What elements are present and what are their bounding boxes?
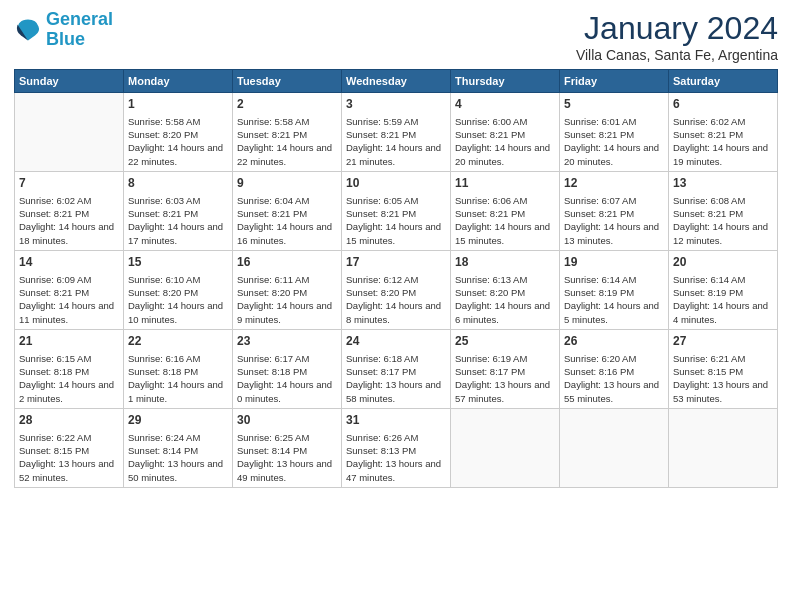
- logo-icon: [14, 16, 42, 44]
- day-number: 23: [237, 333, 337, 350]
- cell-info: Sunrise: 6:13 AMSunset: 8:20 PMDaylight:…: [455, 273, 555, 326]
- day-number: 8: [128, 175, 228, 192]
- cell-info: Sunrise: 6:08 AMSunset: 8:21 PMDaylight:…: [673, 194, 773, 247]
- calendar-cell: 2Sunrise: 5:58 AMSunset: 8:21 PMDaylight…: [233, 93, 342, 172]
- calendar-cell: 8Sunrise: 6:03 AMSunset: 8:21 PMDaylight…: [124, 171, 233, 250]
- table-row: 7Sunrise: 6:02 AMSunset: 8:21 PMDaylight…: [15, 171, 778, 250]
- cell-info: Sunrise: 5:58 AMSunset: 8:20 PMDaylight:…: [128, 115, 228, 168]
- col-saturday: Saturday: [669, 70, 778, 93]
- cell-info: Sunrise: 6:00 AMSunset: 8:21 PMDaylight:…: [455, 115, 555, 168]
- day-number: 30: [237, 412, 337, 429]
- calendar-cell: 10Sunrise: 6:05 AMSunset: 8:21 PMDayligh…: [342, 171, 451, 250]
- cell-info: Sunrise: 6:16 AMSunset: 8:18 PMDaylight:…: [128, 352, 228, 405]
- table-row: 14Sunrise: 6:09 AMSunset: 8:21 PMDayligh…: [15, 250, 778, 329]
- cell-info: Sunrise: 6:24 AMSunset: 8:14 PMDaylight:…: [128, 431, 228, 484]
- logo: General Blue: [14, 10, 113, 50]
- header-row: Sunday Monday Tuesday Wednesday Thursday…: [15, 70, 778, 93]
- calendar-cell: 3Sunrise: 5:59 AMSunset: 8:21 PMDaylight…: [342, 93, 451, 172]
- cell-info: Sunrise: 6:15 AMSunset: 8:18 PMDaylight:…: [19, 352, 119, 405]
- day-number: 19: [564, 254, 664, 271]
- calendar-cell: 31Sunrise: 6:26 AMSunset: 8:13 PMDayligh…: [342, 408, 451, 487]
- day-number: 20: [673, 254, 773, 271]
- calendar-cell: 24Sunrise: 6:18 AMSunset: 8:17 PMDayligh…: [342, 329, 451, 408]
- cell-info: Sunrise: 6:01 AMSunset: 8:21 PMDaylight:…: [564, 115, 664, 168]
- day-number: 25: [455, 333, 555, 350]
- day-number: 21: [19, 333, 119, 350]
- page-container: General Blue January 2024 Villa Canas, S…: [0, 0, 792, 498]
- day-number: 14: [19, 254, 119, 271]
- calendar-cell: 29Sunrise: 6:24 AMSunset: 8:14 PMDayligh…: [124, 408, 233, 487]
- calendar-cell: 9Sunrise: 6:04 AMSunset: 8:21 PMDaylight…: [233, 171, 342, 250]
- day-number: 10: [346, 175, 446, 192]
- calendar-cell: 13Sunrise: 6:08 AMSunset: 8:21 PMDayligh…: [669, 171, 778, 250]
- page-header: General Blue January 2024 Villa Canas, S…: [14, 10, 778, 63]
- month-title: January 2024: [576, 10, 778, 47]
- calendar-cell: 15Sunrise: 6:10 AMSunset: 8:20 PMDayligh…: [124, 250, 233, 329]
- calendar-cell: 28Sunrise: 6:22 AMSunset: 8:15 PMDayligh…: [15, 408, 124, 487]
- calendar-body: 1Sunrise: 5:58 AMSunset: 8:20 PMDaylight…: [15, 93, 778, 488]
- calendar-cell: [15, 93, 124, 172]
- calendar-cell: 4Sunrise: 6:00 AMSunset: 8:21 PMDaylight…: [451, 93, 560, 172]
- calendar-cell: 14Sunrise: 6:09 AMSunset: 8:21 PMDayligh…: [15, 250, 124, 329]
- day-number: 1: [128, 96, 228, 113]
- cell-info: Sunrise: 6:18 AMSunset: 8:17 PMDaylight:…: [346, 352, 446, 405]
- cell-info: Sunrise: 5:59 AMSunset: 8:21 PMDaylight:…: [346, 115, 446, 168]
- calendar-cell: 21Sunrise: 6:15 AMSunset: 8:18 PMDayligh…: [15, 329, 124, 408]
- day-number: 17: [346, 254, 446, 271]
- cell-info: Sunrise: 6:17 AMSunset: 8:18 PMDaylight:…: [237, 352, 337, 405]
- day-number: 31: [346, 412, 446, 429]
- cell-info: Sunrise: 6:05 AMSunset: 8:21 PMDaylight:…: [346, 194, 446, 247]
- cell-info: Sunrise: 6:02 AMSunset: 8:21 PMDaylight:…: [19, 194, 119, 247]
- calendar-cell: 26Sunrise: 6:20 AMSunset: 8:16 PMDayligh…: [560, 329, 669, 408]
- calendar-cell: [669, 408, 778, 487]
- day-number: 26: [564, 333, 664, 350]
- table-row: 1Sunrise: 5:58 AMSunset: 8:20 PMDaylight…: [15, 93, 778, 172]
- col-tuesday: Tuesday: [233, 70, 342, 93]
- calendar-cell: 12Sunrise: 6:07 AMSunset: 8:21 PMDayligh…: [560, 171, 669, 250]
- day-number: 5: [564, 96, 664, 113]
- day-number: 3: [346, 96, 446, 113]
- day-number: 15: [128, 254, 228, 271]
- location: Villa Canas, Santa Fe, Argentina: [576, 47, 778, 63]
- calendar-cell: 6Sunrise: 6:02 AMSunset: 8:21 PMDaylight…: [669, 93, 778, 172]
- calendar-cell: 23Sunrise: 6:17 AMSunset: 8:18 PMDayligh…: [233, 329, 342, 408]
- cell-info: Sunrise: 6:03 AMSunset: 8:21 PMDaylight:…: [128, 194, 228, 247]
- calendar-cell: [451, 408, 560, 487]
- cell-info: Sunrise: 6:06 AMSunset: 8:21 PMDaylight:…: [455, 194, 555, 247]
- day-number: 28: [19, 412, 119, 429]
- cell-info: Sunrise: 6:04 AMSunset: 8:21 PMDaylight:…: [237, 194, 337, 247]
- col-monday: Monday: [124, 70, 233, 93]
- day-number: 13: [673, 175, 773, 192]
- calendar-cell: 27Sunrise: 6:21 AMSunset: 8:15 PMDayligh…: [669, 329, 778, 408]
- day-number: 11: [455, 175, 555, 192]
- table-row: 21Sunrise: 6:15 AMSunset: 8:18 PMDayligh…: [15, 329, 778, 408]
- table-row: 28Sunrise: 6:22 AMSunset: 8:15 PMDayligh…: [15, 408, 778, 487]
- day-number: 2: [237, 96, 337, 113]
- title-block: January 2024 Villa Canas, Santa Fe, Arge…: [576, 10, 778, 63]
- cell-info: Sunrise: 6:14 AMSunset: 8:19 PMDaylight:…: [564, 273, 664, 326]
- day-number: 6: [673, 96, 773, 113]
- col-thursday: Thursday: [451, 70, 560, 93]
- calendar-cell: 7Sunrise: 6:02 AMSunset: 8:21 PMDaylight…: [15, 171, 124, 250]
- logo-general: General: [46, 9, 113, 29]
- day-number: 7: [19, 175, 119, 192]
- day-number: 27: [673, 333, 773, 350]
- day-number: 24: [346, 333, 446, 350]
- calendar-cell: 30Sunrise: 6:25 AMSunset: 8:14 PMDayligh…: [233, 408, 342, 487]
- cell-info: Sunrise: 6:14 AMSunset: 8:19 PMDaylight:…: [673, 273, 773, 326]
- calendar-cell: 5Sunrise: 6:01 AMSunset: 8:21 PMDaylight…: [560, 93, 669, 172]
- calendar-cell: 22Sunrise: 6:16 AMSunset: 8:18 PMDayligh…: [124, 329, 233, 408]
- cell-info: Sunrise: 6:07 AMSunset: 8:21 PMDaylight:…: [564, 194, 664, 247]
- cell-info: Sunrise: 6:19 AMSunset: 8:17 PMDaylight:…: [455, 352, 555, 405]
- calendar-cell: [560, 408, 669, 487]
- day-number: 29: [128, 412, 228, 429]
- calendar-cell: 18Sunrise: 6:13 AMSunset: 8:20 PMDayligh…: [451, 250, 560, 329]
- calendar-cell: 19Sunrise: 6:14 AMSunset: 8:19 PMDayligh…: [560, 250, 669, 329]
- logo-blue: Blue: [46, 29, 85, 49]
- day-number: 12: [564, 175, 664, 192]
- cell-info: Sunrise: 6:21 AMSunset: 8:15 PMDaylight:…: [673, 352, 773, 405]
- calendar-cell: 16Sunrise: 6:11 AMSunset: 8:20 PMDayligh…: [233, 250, 342, 329]
- day-number: 9: [237, 175, 337, 192]
- cell-info: Sunrise: 6:02 AMSunset: 8:21 PMDaylight:…: [673, 115, 773, 168]
- calendar-cell: 1Sunrise: 5:58 AMSunset: 8:20 PMDaylight…: [124, 93, 233, 172]
